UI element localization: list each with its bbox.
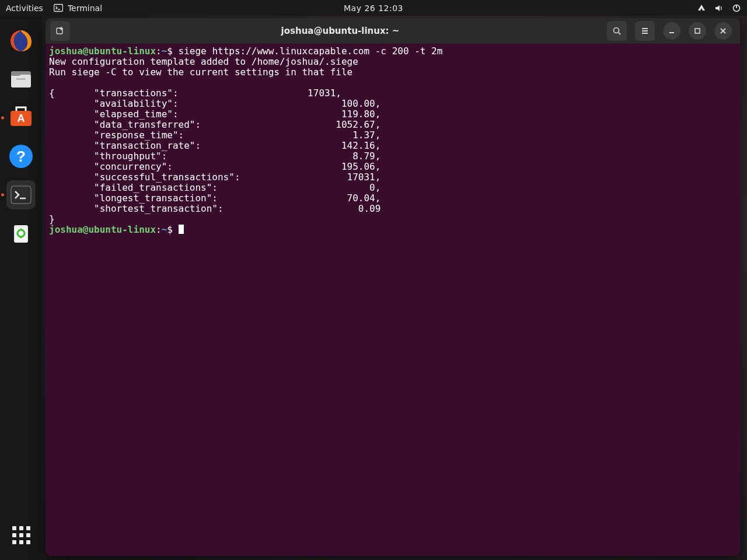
dock: A ?	[0, 16, 42, 560]
app-indicator-label: Terminal	[68, 4, 102, 13]
search-button[interactable]	[607, 21, 627, 41]
running-indicator-dot	[1, 194, 4, 197]
maximize-button[interactable]	[689, 22, 706, 40]
close-button[interactable]	[714, 22, 732, 40]
help-icon: ?	[8, 144, 34, 169]
svg-rect-0	[54, 4, 62, 11]
trash-icon	[9, 221, 33, 246]
dock-item-software[interactable]: A	[6, 103, 36, 132]
minimize-button[interactable]	[663, 22, 680, 40]
apps-grid-icon	[12, 526, 30, 544]
svg-rect-8	[16, 78, 26, 80]
power-icon[interactable]	[732, 4, 741, 13]
svg-line-22	[619, 33, 620, 34]
hamburger-icon	[640, 26, 650, 36]
volume-icon[interactable]	[714, 4, 724, 13]
firefox-icon	[8, 28, 34, 54]
gnome-topbar: Activities Terminal May 26 12:03	[0, 0, 747, 16]
clock[interactable]: May 26 12:03	[344, 4, 403, 13]
new-tab-icon	[55, 26, 65, 36]
dock-item-firefox[interactable]	[6, 26, 36, 55]
maximize-icon	[693, 26, 702, 36]
app-indicator[interactable]: Terminal	[54, 4, 102, 13]
window-titlebar[interactable]: joshua@ubuntu-linux: ~	[46, 18, 740, 44]
svg-point-21	[614, 28, 619, 33]
terminal-output[interactable]: joshua@ubuntu-linux:~$ siege https://www…	[46, 44, 740, 556]
search-icon	[612, 26, 622, 36]
svg-text:A: A	[18, 113, 25, 124]
window-title: joshua@ubuntu-linux: ~	[74, 26, 607, 36]
software-icon: A	[8, 105, 34, 131]
dock-item-files[interactable]	[6, 65, 36, 94]
dock-item-help[interactable]: ?	[6, 142, 36, 171]
svg-rect-7	[11, 71, 20, 76]
svg-rect-27	[695, 29, 700, 33]
new-tab-button[interactable]	[50, 21, 70, 41]
hamburger-menu-button[interactable]	[635, 21, 655, 41]
close-icon	[718, 26, 728, 36]
svg-text:?: ?	[16, 148, 26, 165]
desktop-area: joshua@ubuntu-linux: ~ joshua@ub	[42, 16, 747, 560]
terminal-window: joshua@ubuntu-linux: ~ joshua@ub	[46, 18, 740, 556]
show-applications-button[interactable]	[6, 520, 36, 550]
activities-button[interactable]: Activities	[6, 4, 43, 13]
running-indicator-dot	[1, 117, 4, 120]
dock-item-trash[interactable]	[6, 219, 36, 248]
files-icon	[8, 66, 34, 92]
svg-rect-6	[11, 75, 31, 88]
minimize-icon	[667, 26, 676, 36]
terminal-app-icon	[9, 183, 33, 206]
terminal-icon	[54, 4, 63, 13]
svg-rect-13	[11, 186, 31, 204]
network-icon[interactable]	[697, 4, 706, 13]
dock-item-terminal[interactable]	[6, 180, 36, 209]
